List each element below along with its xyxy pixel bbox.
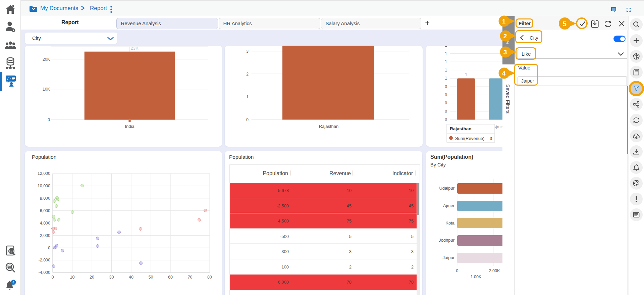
svg-text:Ajmer: Ajmer bbox=[443, 203, 455, 208]
svg-text:40: 40 bbox=[129, 275, 133, 280]
svg-text:80: 80 bbox=[207, 275, 212, 280]
svg-text:Jodhpur: Jodhpur bbox=[439, 238, 455, 243]
svg-text:20: 20 bbox=[90, 275, 94, 280]
svg-text:1.00K: 1.00K bbox=[471, 275, 482, 279]
svg-text:3: 3 bbox=[490, 136, 492, 141]
svg-text:1: 1 bbox=[445, 68, 447, 72]
svg-text:50: 50 bbox=[149, 275, 153, 280]
svg-text:0: 0 bbox=[246, 117, 249, 122]
svg-text:10K: 10K bbox=[43, 87, 50, 92]
svg-text:12,000: 12,000 bbox=[38, 171, 50, 176]
svg-text:8,000: 8,000 bbox=[40, 196, 50, 201]
svg-text:4,000: 4,000 bbox=[40, 221, 50, 226]
svg-text:1: 1 bbox=[465, 72, 467, 77]
svg-text:0: 0 bbox=[48, 246, 50, 250]
svg-text:3: 3 bbox=[503, 49, 507, 56]
svg-text:23K: 23K bbox=[130, 46, 138, 51]
svg-text:2: 2 bbox=[503, 33, 507, 40]
svg-text:30: 30 bbox=[109, 275, 114, 280]
svg-text:0: 0 bbox=[48, 117, 50, 122]
svg-text:2,000: 2,000 bbox=[40, 233, 50, 238]
svg-text:0: 0 bbox=[456, 268, 459, 273]
svg-text:4: 4 bbox=[502, 70, 506, 77]
svg-text:0: 0 bbox=[445, 101, 447, 105]
svg-text:2.00K: 2.00K bbox=[489, 268, 500, 273]
svg-text:1: 1 bbox=[246, 95, 249, 99]
svg-text:20K: 20K bbox=[43, 57, 50, 62]
svg-text:4: 4 bbox=[12, 281, 14, 284]
svg-text:-2,000: -2,000 bbox=[39, 258, 50, 262]
svg-text:Rajasthan: Rajasthan bbox=[319, 124, 339, 129]
svg-text:0: 0 bbox=[445, 109, 447, 114]
svg-text:0: 0 bbox=[445, 117, 447, 122]
svg-text:3: 3 bbox=[246, 49, 249, 54]
svg-text:10: 10 bbox=[70, 275, 75, 280]
svg-text:2: 2 bbox=[246, 72, 249, 77]
svg-text:1: 1 bbox=[445, 76, 447, 81]
svg-text:0: 0 bbox=[52, 275, 54, 280]
svg-text:60: 60 bbox=[168, 275, 173, 280]
svg-text:Kota: Kota bbox=[445, 220, 455, 226]
svg-text:Rajasthan: Rajasthan bbox=[450, 126, 472, 131]
svg-text:Sum(Revenue): Sum(Revenue) bbox=[455, 136, 484, 141]
svg-text:10,000: 10,000 bbox=[38, 184, 50, 188]
svg-text:India: India bbox=[125, 124, 135, 129]
svg-text:1: 1 bbox=[445, 46, 447, 48]
svg-text:5: 5 bbox=[562, 20, 567, 28]
svg-text:6,000: 6,000 bbox=[40, 208, 50, 213]
svg-text:-4,000: -4,000 bbox=[39, 270, 50, 275]
svg-text:0: 0 bbox=[445, 93, 447, 97]
svg-text:1: 1 bbox=[445, 51, 447, 56]
svg-text:Udaipur: Udaipur bbox=[439, 186, 454, 191]
svg-text:1: 1 bbox=[445, 59, 447, 64]
svg-text:70: 70 bbox=[188, 275, 193, 280]
svg-text:Jaipur: Jaipur bbox=[443, 255, 455, 260]
svg-text:0: 0 bbox=[445, 84, 447, 89]
svg-text:1: 1 bbox=[502, 18, 506, 25]
